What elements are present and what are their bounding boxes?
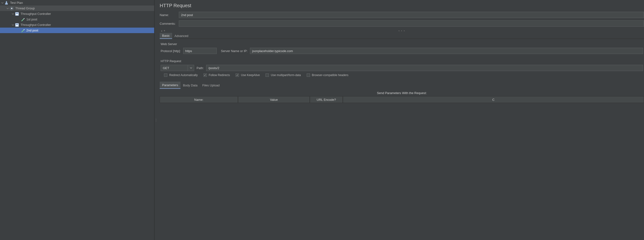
svg-rect-11 xyxy=(15,23,19,27)
checkbox-label: Redirect Automatically xyxy=(169,73,198,77)
checkbox-icon xyxy=(164,73,167,77)
gear-icon xyxy=(10,6,14,11)
checkbox-label: Use multipart/form-data xyxy=(271,73,301,77)
checkbox-icon xyxy=(204,73,207,77)
protocol-input[interactable] xyxy=(183,48,217,54)
tree-node-label: 1st post xyxy=(26,18,37,21)
tab-basic[interactable]: Basic xyxy=(160,33,172,39)
svg-point-0 xyxy=(11,8,12,9)
tree-node-thread-group[interactable]: Thread Group xyxy=(0,6,154,11)
params-col-c[interactable]: C xyxy=(343,96,644,103)
splitter-handle[interactable]: ⋮ xyxy=(154,0,158,240)
checkbox-label: Follow Redirects xyxy=(209,73,230,77)
checkbox-label: Browser-compatible headers xyxy=(312,73,348,77)
checkbox-label: Use KeepAlive xyxy=(241,73,260,77)
sampler-icon xyxy=(20,17,25,22)
params-table-header: Name: Value URL Encode? C xyxy=(160,96,644,103)
panel-title: HTTP Request xyxy=(160,3,644,9)
protocol-label: Protocol [http]: xyxy=(161,49,181,53)
grip-dots-icon: • • • xyxy=(398,29,405,32)
tab-advanced[interactable]: Advanced xyxy=(172,33,191,39)
sampler-icon xyxy=(20,28,25,33)
web-server-group-title: Web Server xyxy=(161,42,643,46)
svg-line-8 xyxy=(13,7,13,8)
tree-node-throughput-controller-2[interactable]: Throughput Controller xyxy=(0,22,154,28)
tree-node-label: Thread Group xyxy=(15,7,35,10)
params-col-value[interactable]: Value xyxy=(238,96,310,103)
controller-icon xyxy=(15,23,19,27)
chevron-down-icon xyxy=(188,65,194,71)
path-input[interactable] xyxy=(206,65,643,71)
server-name-label: Server Name or IP: xyxy=(221,49,248,53)
svg-line-6 xyxy=(13,9,13,10)
chevron-down-icon[interactable] xyxy=(6,7,10,10)
test-plan-tree[interactable]: Test Plan Thread Group Throughput Contro… xyxy=(0,0,154,240)
flask-icon xyxy=(4,1,8,5)
tree-node-label: 2nd post xyxy=(26,29,38,32)
tab-body-data[interactable]: Body Data xyxy=(180,82,200,89)
method-select[interactable]: GET xyxy=(161,65,194,71)
comments-label: Comments: xyxy=(160,22,179,26)
name-label: Name: xyxy=(160,13,179,17)
svg-rect-10 xyxy=(16,13,18,14)
tree-node-1st-post[interactable]: 1st post xyxy=(0,17,154,22)
tree-node-label: Throughput Controller xyxy=(20,12,51,16)
svg-rect-12 xyxy=(16,24,18,25)
tree-node-label: Test Plan xyxy=(10,1,23,5)
tab-parameters[interactable]: Parameters xyxy=(160,82,180,89)
checkbox-icon xyxy=(307,73,310,77)
expand-arrows-icon: ▲ ▼ xyxy=(161,30,166,32)
checkbox-icon xyxy=(266,73,269,77)
checkbox-icon xyxy=(236,73,239,77)
tree-node-2nd-post[interactable]: 2nd post xyxy=(0,28,154,33)
grip-dots-icon: ⋮ xyxy=(154,119,158,121)
follow-redirects-checkbox[interactable]: Follow Redirects xyxy=(204,73,230,77)
comments-input[interactable] xyxy=(179,20,644,27)
http-request-editor: HTTP Request Name: Comments: ▲ ▼ • • • B… xyxy=(158,0,644,240)
chevron-down-icon[interactable] xyxy=(11,23,15,27)
params-caption: Send Parameters With the Request: xyxy=(160,91,644,95)
tree-node-test-plan[interactable]: Test Plan xyxy=(0,0,154,6)
tree-node-throughput-controller-1[interactable]: Throughput Controller xyxy=(0,11,154,17)
path-label: Path: xyxy=(196,66,204,70)
use-keepalive-checkbox[interactable]: Use KeepAlive xyxy=(236,73,260,77)
name-input[interactable] xyxy=(179,12,644,18)
config-tabs: Basic Advanced xyxy=(160,33,644,39)
browser-compatible-headers-checkbox[interactable]: Browser-compatible headers xyxy=(307,73,348,77)
chevron-down-icon[interactable] xyxy=(0,1,4,5)
tree-node-label: Throughput Controller xyxy=(20,23,51,27)
svg-rect-9 xyxy=(15,12,19,16)
tab-files-upload[interactable]: Files Upload xyxy=(200,82,222,89)
payload-tabs: Parameters Body Data Files Upload xyxy=(160,82,644,89)
svg-line-7 xyxy=(10,9,11,10)
params-col-name[interactable]: Name: xyxy=(160,96,238,103)
method-select-value: GET xyxy=(161,66,188,70)
use-multipart-checkbox[interactable]: Use multipart/form-data xyxy=(266,73,301,77)
section-grip[interactable]: ▲ ▼ • • • xyxy=(160,29,644,32)
web-server-group: Web Server Protocol [http]: Server Name … xyxy=(160,42,644,56)
svg-line-5 xyxy=(10,7,11,8)
http-request-group-title: HTTP Request xyxy=(161,59,643,63)
http-request-group: HTTP Request GET Path: Redirect Automati… xyxy=(160,59,644,78)
chevron-down-icon[interactable] xyxy=(11,12,15,16)
server-name-input[interactable] xyxy=(250,48,643,54)
controller-icon xyxy=(15,12,19,16)
redirect-automatically-checkbox[interactable]: Redirect Automatically xyxy=(164,73,198,77)
params-col-encode[interactable]: URL Encode? xyxy=(310,96,343,103)
